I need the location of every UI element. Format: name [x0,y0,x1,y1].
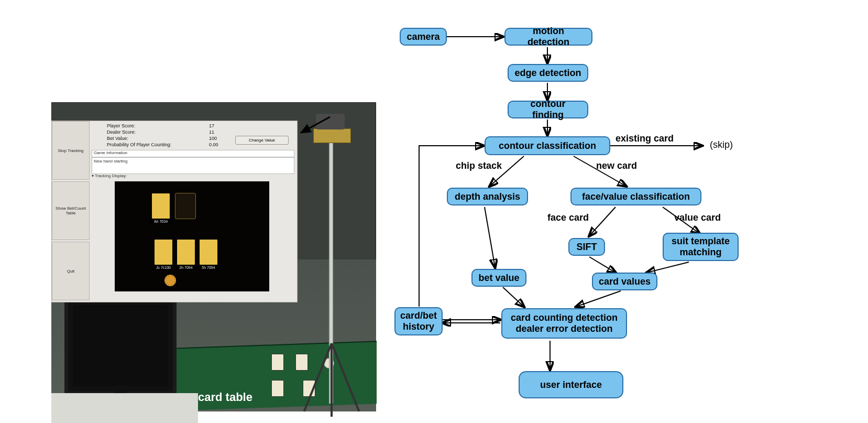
svg-line-12 [647,262,689,273]
node-card-bet-history: card/bet history [394,307,443,335]
system-interface-window: Stop Tracking Show Bet/Count Table Quit … [51,121,298,302]
svg-line-0 [301,117,330,133]
quit-button[interactable]: Quit [52,242,90,300]
svg-line-13 [503,287,524,307]
monitor [64,296,177,395]
cardlabel-bot-mid: 2h 7094 [174,265,197,270]
node-card-counting-detection: card counting detection dealer error det… [501,308,627,339]
prob-label: Probability Of Player Counting: [107,142,171,147]
game-info-body: New hand starting [92,157,294,174]
node-face-value-classification: face/value classification [570,188,701,205]
counting-line1: card counting detection [511,312,618,323]
counting-line2: dealer error detection [515,323,612,334]
cardlabel-bot-left: Jc 7c100 [152,265,175,270]
edge-label-existing-card: existing card [616,133,674,144]
tracking-view: Ah 7034 Jc 7c100 2h 7094 5h 7094 [115,181,269,291]
edge-label-new-card: new card [596,160,637,171]
node-camera: camera [400,28,447,46]
tracking-display-label: ▾ Tracking Display: [92,173,127,178]
svg-line-8 [589,207,616,236]
node-edge-detection: edge detection [508,64,588,82]
edge-label-face-card: face card [547,212,589,223]
flow-arrows [390,0,868,423]
player-score-value: 17 [209,123,214,128]
svg-line-14 [576,291,621,307]
node-bet-value: bet value [471,269,526,287]
node-depth-analysis: depth analysis [447,188,528,205]
stop-tracking-button[interactable]: Stop Tracking [52,121,90,180]
label-card-table: card table [198,391,252,404]
node-contour-finding: contour finding [508,101,588,118]
prob-value: 0.00 [209,142,218,147]
bet-value-value: 100 [209,136,217,141]
game-info-header: Game Information [92,150,294,157]
node-motion-detection: motion detection [504,28,592,46]
show-bet-count-button[interactable]: Show Bet/Count Table [52,181,90,240]
dealer-score-label: Dealer Score: [107,129,136,135]
edge-label-chip-stack: chip stack [456,160,502,171]
arrow-to-camera [293,114,335,140]
chip-icon [164,275,176,286]
svg-line-11 [589,257,616,273]
cardlabel-bot-right: 5h 7094 [197,265,220,270]
pipeline-flowchart: camera motion detection edge detection c… [390,0,868,423]
edge-label-skip: (skip) [710,139,733,150]
change-value-button[interactable]: Change Value [235,136,289,145]
edge-label-value-card: value card [674,212,721,223]
node-sift: SIFT [568,238,605,256]
cardlabel-top-left: Ah 7034 [149,219,172,224]
bet-value-label: Bet Value: [107,136,128,141]
node-contour-classification: contour classification [485,136,610,155]
player-score-label: Player Score: [107,123,135,128]
node-card-values: card values [592,273,657,290]
node-suit-template-matching: suit template matching [663,233,739,261]
node-user-interface: user interface [519,371,623,398]
svg-line-10 [485,207,495,267]
dealer-score-value: 11 [209,129,214,135]
